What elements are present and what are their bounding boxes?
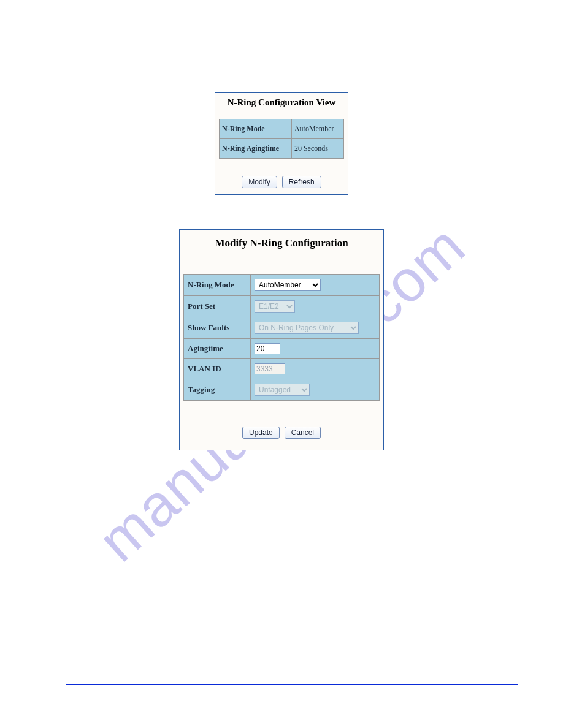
panel-spacer bbox=[0, 195, 563, 229]
nring-mode-select[interactable]: AutoMember bbox=[255, 279, 321, 291]
view-aging-value: 20 Seconds bbox=[291, 139, 343, 159]
table-row: N-Ring Mode AutoMember bbox=[220, 119, 344, 139]
footer-blue-line bbox=[81, 645, 438, 645]
mode-label: N-Ring Mode bbox=[184, 275, 251, 296]
tagging-label: Tagging bbox=[184, 379, 251, 401]
aging-cell bbox=[251, 339, 380, 359]
faults-cell: On N-Ring Pages Only bbox=[251, 317, 380, 339]
view-mode-value: AutoMember bbox=[291, 119, 343, 139]
vlan-id-input bbox=[255, 363, 285, 374]
aging-label: Agingtime bbox=[184, 339, 251, 359]
table-row: N-Ring Mode AutoMember bbox=[184, 275, 380, 296]
footer-blue-line bbox=[66, 634, 146, 634]
view-panel-wrap: N-Ring Configuration View N-Ring Mode Au… bbox=[0, 92, 563, 195]
agingtime-input[interactable] bbox=[255, 343, 280, 354]
faults-label: Show Faults bbox=[184, 317, 251, 339]
show-faults-select: On N-Ring Pages Only bbox=[255, 322, 359, 334]
portset-cell: E1/E2 bbox=[251, 296, 380, 317]
view-button-row: Modify Refresh bbox=[219, 176, 344, 188]
table-row: Show Faults On N-Ring Pages Only bbox=[184, 317, 380, 339]
modify-table: N-Ring Mode AutoMember Port Set E1/E2 bbox=[183, 274, 380, 401]
vlan-cell bbox=[251, 359, 380, 379]
tagging-cell: Untagged bbox=[251, 379, 380, 401]
table-row: Port Set E1/E2 bbox=[184, 296, 380, 317]
table-row: N-Ring Agingtime 20 Seconds bbox=[220, 139, 344, 159]
nring-modify-panel: Modify N-Ring Configuration N-Ring Mode … bbox=[179, 229, 384, 450]
cancel-button[interactable]: Cancel bbox=[285, 427, 321, 439]
modify-button[interactable]: Modify bbox=[242, 176, 277, 188]
modify-panel-wrap: Modify N-Ring Configuration N-Ring Mode … bbox=[0, 229, 563, 450]
footer-blue-line bbox=[66, 684, 518, 685]
table-row: VLAN ID bbox=[184, 359, 380, 379]
view-panel-title: N-Ring Configuration View bbox=[219, 97, 344, 108]
view-aging-label: N-Ring Agingtime bbox=[220, 139, 292, 159]
view-table: N-Ring Mode AutoMember N-Ring Agingtime … bbox=[219, 119, 344, 159]
tagging-select: Untagged bbox=[255, 384, 310, 396]
refresh-button[interactable]: Refresh bbox=[282, 176, 321, 188]
modify-panel-title: Modify N-Ring Configuration bbox=[183, 237, 380, 249]
table-row: Tagging Untagged bbox=[184, 379, 380, 401]
modify-button-row: Update Cancel bbox=[183, 427, 380, 439]
portset-label: Port Set bbox=[184, 296, 251, 317]
table-row: Agingtime bbox=[184, 339, 380, 359]
footer-line-row-1 bbox=[66, 626, 507, 648]
nring-view-panel: N-Ring Configuration View N-Ring Mode Au… bbox=[215, 92, 348, 195]
footer-lines bbox=[0, 626, 563, 685]
mode-cell: AutoMember bbox=[251, 275, 380, 296]
port-set-select: E1/E2 bbox=[255, 300, 295, 313]
view-mode-label: N-Ring Mode bbox=[220, 119, 292, 139]
vlan-label: VLAN ID bbox=[184, 359, 251, 379]
update-button[interactable]: Update bbox=[242, 427, 280, 439]
page-root: manualshive.com N-Ring Configuration Vie… bbox=[0, 0, 563, 728]
